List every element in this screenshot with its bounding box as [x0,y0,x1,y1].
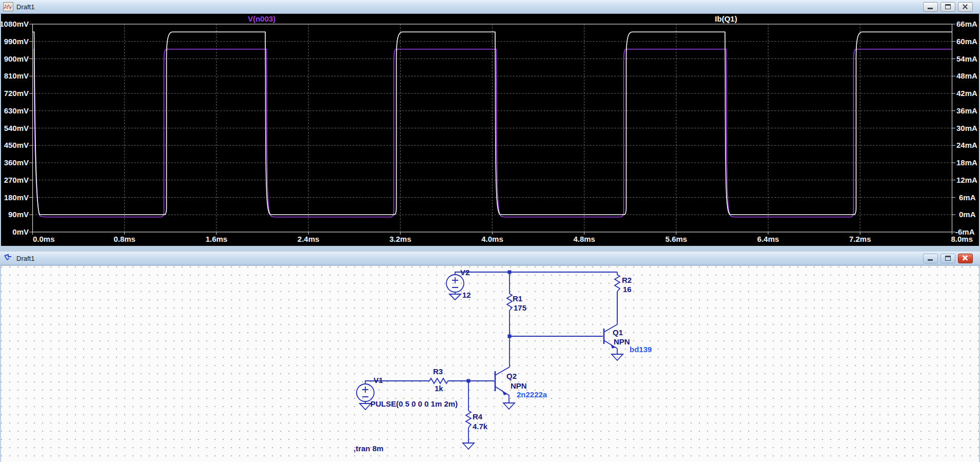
waveform-window-title: Draft1 [16,3,34,11]
restore-button[interactable] [940,254,955,263]
x-label: 3.2ms [389,235,411,243]
label-v1-ref[interactable]: V1 [374,376,383,384]
schematic-titlebar[interactable]: Draft1 [0,252,980,265]
y-right-label: 54mA [956,54,977,63]
restore-icon [945,4,951,9]
label-q1-type[interactable]: NPN [614,337,630,346]
minimize-icon [928,259,933,261]
y-left-label: 810mV [4,71,29,80]
waveform-plot-pane[interactable]: V(n003) Ib(Q1) 1080mV 990mV 900mV 810mV … [1,14,979,246]
y-left-label: 630mV [4,106,29,115]
label-q2-model[interactable]: 2n2222a [517,390,547,399]
label-r3-value[interactable]: 1k [435,384,443,393]
label-q1-model[interactable]: bd139 [630,345,652,354]
x-label: 1.6ms [206,235,228,243]
y-left-label: 270mV [4,176,29,184]
label-r2-ref[interactable]: R2 [622,276,632,284]
label-tran-directive[interactable]: ,tran 8m [354,444,383,453]
y-right-label: 36mA [956,106,977,115]
minimize-button[interactable] [923,254,938,263]
label-r1-value[interactable]: 175 [514,303,526,312]
y-right-label: 66mA [956,20,977,28]
y-right-label: 0mA [959,210,976,219]
label-v2-value[interactable]: 12 [462,291,471,299]
y-right-label: 42mA [956,89,977,98]
legend-ibq1[interactable]: Ib(Q1) [715,14,737,23]
label-r2-value[interactable]: 16 [623,285,632,294]
restore-icon [945,256,951,261]
y-right-label: 48mA [956,71,977,80]
x-label: 0.8ms [113,235,135,243]
y-left-label: 1080mV [1,20,29,28]
label-r1-ref[interactable]: R1 [513,294,522,303]
y-left-label: 720mV [4,89,29,98]
y-right-label: 30mA [956,124,977,132]
x-label: 8.0ms [951,235,973,243]
y-left-label: 180mV [4,193,29,202]
schematic-window-title: Draft1 [16,255,34,262]
label-q1-ref[interactable]: Q1 [613,328,623,337]
y-left-label: 540mV [4,124,29,132]
y-right-label: 60mA [956,37,977,46]
y-left-label: 360mV [4,158,29,167]
close-button[interactable] [958,254,973,263]
schematic-canvas[interactable] [1,266,979,462]
x-label: 7.2ms [849,235,871,243]
restore-button[interactable] [940,2,955,12]
y-left-label: 90mV [8,210,29,219]
schematic-window: Draft1 [0,250,980,462]
y-right-label: 6mA [959,193,976,202]
y-left-label: 990mV [4,37,29,46]
y-right-label: 18mA [956,158,977,167]
legend-vn003[interactable]: V(n003) [248,14,276,23]
waveform-plot-icon [3,2,13,11]
minimize-icon [928,8,933,9]
label-v1-value[interactable]: PULSE(0 5 0 0 0 1m 2m) [370,399,458,408]
label-r3-ref[interactable]: R3 [433,367,443,376]
close-button[interactable] [958,2,973,12]
label-r4-value[interactable]: 4.7k [473,422,488,431]
x-label: 4.0ms [481,235,503,243]
x-label: 6.4ms [757,235,779,243]
y-left-label: 900mV [4,54,29,63]
x-label: 2.4ms [298,235,320,243]
label-v2-ref[interactable]: V2 [460,268,469,277]
y-right-label: 12mA [956,176,977,184]
y-left-label: 0mV [12,227,29,236]
label-q2-type[interactable]: NPN [511,381,527,390]
x-label: 0.0ms [33,235,55,243]
x-label: 4.8ms [573,235,595,243]
schematic-doc-icon [3,254,13,263]
y-left-label: 450mV [4,141,29,149]
label-q2-ref[interactable]: Q2 [506,372,517,380]
minimize-button[interactable] [923,2,938,12]
ltspice-app: Draft1 V(n003) [0,0,980,462]
waveform-titlebar[interactable]: Draft1 [0,0,980,14]
label-r4-ref[interactable]: R4 [473,412,483,421]
waveform-window: Draft1 V(n003) [0,0,980,250]
x-label: 5.6ms [665,235,688,243]
waveform-plot: V(n003) Ib(Q1) 1080mV 990mV 900mV 810mV … [1,14,979,248]
y-right-label: 24mA [956,141,977,149]
